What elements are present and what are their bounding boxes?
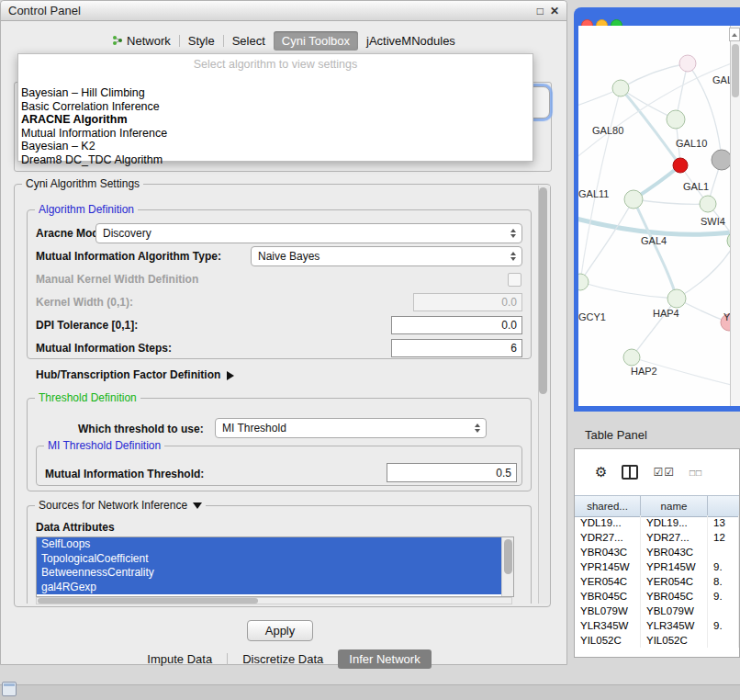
node-label: Y — [723, 311, 730, 322]
table-body: YDL19...YDL19...13YDR27...YDR27...12YBR0… — [575, 515, 739, 648]
table-cell: YPR145W — [575, 559, 641, 574]
algorithm-option[interactable]: Mutual Information Inference — [20, 127, 531, 141]
network-node[interactable] — [624, 190, 643, 209]
table-row[interactable]: YPR145WYPR145W9. — [575, 559, 739, 574]
network-node[interactable] — [623, 349, 640, 366]
bottom-status-strip — [0, 684, 740, 700]
tab-cyni-toolbox[interactable]: Cyni Toolbox — [274, 31, 358, 51]
settings-scrollbar-thumb[interactable] — [539, 187, 547, 394]
table-cell: 12 — [708, 530, 739, 545]
table-row[interactable]: YDR27...YDR27...12 — [575, 530, 739, 545]
scroll-up-button[interactable] — [729, 28, 740, 41]
table-cell: 8. — [708, 574, 739, 589]
tab-separator — [227, 653, 228, 665]
tab-discretize-data[interactable]: Discretize Data — [231, 649, 334, 669]
table-header: shared... name — [575, 495, 739, 517]
table-cell: YBL079W — [575, 604, 641, 618]
tab-network[interactable]: Network — [104, 31, 179, 51]
bottom-tab-bar: Impute Data Discretize Data Infer Networ… — [1, 649, 566, 669]
algorithm-option[interactable]: Dream8 DC_TDC Algorithm — [20, 153, 531, 167]
hub-definition-toggle[interactable]: Hub/Transcription Factor Definition — [36, 368, 234, 381]
kernel-width-field[interactable]: 0.0 — [413, 293, 522, 311]
network-canvas[interactable]: GALGAL80GAL10GAL11GAL1SWI4GAL4GCY1HAP4HA… — [578, 26, 740, 406]
table-cell: YIL052C — [641, 633, 708, 648]
aracne-mode-combobox[interactable]: Discovery — [95, 223, 522, 243]
table-row[interactable]: YER054CYER054C8. — [575, 574, 739, 589]
table-cell: YLR345W — [641, 618, 708, 633]
data-attribute-item[interactable]: SelfLoops — [37, 537, 513, 552]
network-node[interactable] — [679, 55, 696, 72]
minimize-icon[interactable]: □ — [537, 5, 544, 17]
table-cell — [708, 604, 739, 618]
mi-steps-label: Mutual Information Steps: — [36, 342, 172, 355]
expand-right-icon — [227, 371, 234, 380]
list-scrollbar-thumb[interactable] — [504, 539, 512, 574]
node-label: HAP2 — [631, 366, 657, 377]
tab-impute-data[interactable]: Impute Data — [136, 649, 223, 669]
network-node[interactable] — [673, 158, 688, 173]
table-cell: 13 — [708, 515, 739, 530]
column-header-shared-name[interactable]: shared... — [575, 496, 641, 516]
network-edge — [578, 61, 730, 164]
algorithm-option[interactable]: Bayesian – K2 — [20, 140, 531, 153]
column-header-extra[interactable] — [708, 496, 739, 516]
data-attribute-item[interactable]: BetweennessCentrality — [37, 566, 513, 581]
table-row[interactable]: YDL19...YDL19...13 — [575, 515, 739, 530]
sources-group-title[interactable]: Sources for Network Inference — [35, 499, 206, 512]
node-label: GAL80 — [592, 125, 623, 136]
network-node[interactable] — [712, 150, 730, 170]
data-attribute-item[interactable]: gal4RGexp — [37, 581, 513, 595]
control-panel-titlebar: Control Panel □ ✕ — [1, 1, 566, 21]
column-header-name[interactable]: name — [641, 496, 708, 516]
deselect-all-icon[interactable]: □□ — [690, 468, 702, 478]
network-graph: GALGAL80GAL10GAL11GAL1SWI4GAL4GCY1HAP4HA… — [578, 26, 730, 406]
apply-button[interactable]: Apply — [247, 620, 313, 641]
close-icon[interactable]: ✕ — [550, 5, 559, 17]
node-label: GAL11 — [578, 188, 609, 199]
list-horizontal-scrollbar-thumb[interactable] — [38, 598, 258, 604]
tab-style[interactable]: Style — [180, 31, 223, 51]
table-row[interactable]: YBR043CYBR043C — [575, 545, 739, 559]
network-node[interactable] — [578, 274, 589, 290]
table-cell: YDL19... — [575, 515, 641, 530]
algorithm-option[interactable]: ARACNE Algorithm — [20, 113, 531, 127]
table-cell: YDR27... — [641, 530, 708, 545]
table-cell: 9. — [708, 589, 739, 604]
mi-type-combobox[interactable]: Naive Bayes — [251, 246, 522, 266]
select-all-icon[interactable]: ☑☑ — [653, 466, 675, 479]
algorithm-option[interactable]: Bayesian – Hill Climbing — [20, 86, 531, 100]
table-cell: 9. — [708, 559, 739, 574]
table-cell: YLR345W — [575, 618, 641, 633]
table-cell: 9. — [708, 618, 739, 633]
table-cell: YER054C — [641, 574, 708, 589]
algorithm-option-list: Bayesian – Hill ClimbingBasic Correlatio… — [20, 86, 531, 166]
columns-icon[interactable] — [622, 465, 638, 480]
table-cell: YBR043C — [641, 545, 708, 559]
network-node[interactable] — [700, 196, 716, 212]
table-row[interactable]: YBL079WYBL079W — [575, 604, 739, 618]
algorithm-definition-title: Algorithm Definition — [35, 203, 138, 216]
minimized-window-icon[interactable] — [2, 682, 17, 696]
which-threshold-combobox[interactable]: MI Threshold — [215, 418, 487, 438]
node-label: GAL10 — [676, 138, 707, 149]
mi-steps-field[interactable]: 6 — [391, 339, 522, 357]
network-node[interactable] — [612, 80, 629, 96]
table-row[interactable]: YIL052CYIL052C — [575, 633, 739, 648]
window-title: Control Panel — [8, 4, 81, 17]
manual-kernel-checkbox[interactable] — [508, 273, 521, 287]
table-row[interactable]: YBR045CYBR045C9. — [575, 589, 739, 604]
data-attributes-list[interactable]: SelfLoopsTopologicalCoefficientBetweenne… — [36, 536, 514, 597]
network-scrollbar-thumb[interactable] — [732, 44, 739, 97]
algorithm-option[interactable]: Basic Correlation Inference — [20, 100, 531, 114]
tab-jactivemnodules[interactable]: jActiveMNodules — [358, 31, 464, 51]
dpi-tolerance-field[interactable]: 0.0 — [391, 316, 522, 334]
network-node[interactable] — [667, 110, 685, 129]
network-node[interactable] — [667, 289, 686, 308]
data-attribute-item[interactable]: TopologicalCoefficient — [37, 552, 513, 567]
table-row[interactable]: YLR345WYLR345W9. — [575, 618, 739, 633]
network-edge — [580, 199, 633, 282]
gear-icon[interactable]: ⚙ — [595, 464, 607, 480]
tab-infer-network[interactable]: Infer Network — [338, 649, 431, 669]
mi-threshold-field[interactable]: 0.5 — [387, 463, 517, 482]
tab-select[interactable]: Select — [224, 31, 274, 51]
